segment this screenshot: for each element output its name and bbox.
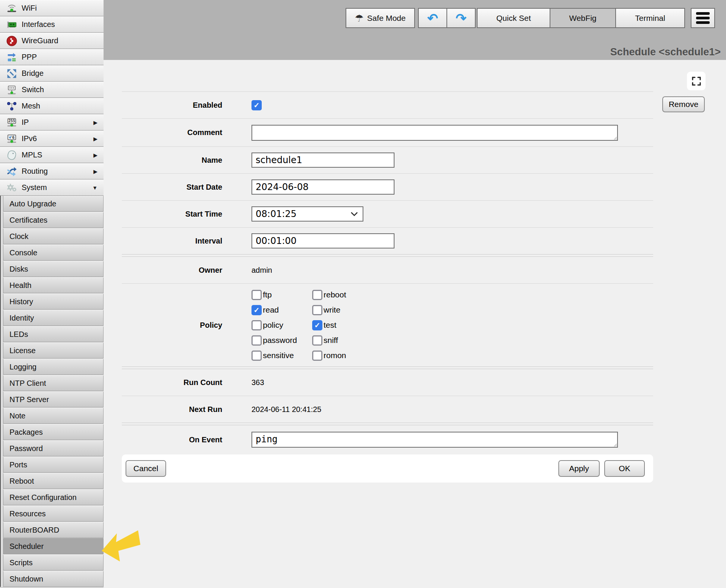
- group-separator: [122, 366, 653, 369]
- sidebar-subitem-label: Scheduler: [9, 542, 44, 551]
- sidebar: WiFi Interfaces WireGuard PPP Bridge Swi…: [0, 0, 104, 588]
- system-submenu: Auto UpgradeCertificatesClockConsoleDisk…: [0, 196, 104, 587]
- sidebar-subitem-certificates[interactable]: Certificates: [3, 212, 104, 228]
- tab-terminal[interactable]: Terminal: [616, 8, 685, 28]
- sidebar-item-mpls[interactable]: MPLS ▶: [0, 147, 104, 163]
- sidebar-item-interfaces[interactable]: Interfaces: [0, 16, 104, 33]
- ip-icon: 255: [6, 117, 17, 128]
- policy-checkbox-sensitive[interactable]: [251, 351, 262, 361]
- fullscreen-button[interactable]: [687, 72, 706, 90]
- ipv6-icon: 6: [6, 133, 17, 145]
- name-row: Name: [122, 146, 653, 173]
- sidebar-subitem-reboot[interactable]: Reboot: [3, 473, 104, 489]
- sidebar-subitem-label: Reset Configuration: [9, 493, 77, 502]
- sidebar-item-ipv6[interactable]: 6 IPv6 ▶: [0, 130, 104, 147]
- menu-button[interactable]: [691, 8, 715, 28]
- start-date-input[interactable]: [251, 179, 394, 195]
- sidebar-item-switch[interactable]: Switch: [0, 82, 104, 98]
- interval-label: Interval: [122, 237, 222, 245]
- policy-checkbox-policy[interactable]: [251, 320, 262, 330]
- sidebar-subitem-shutdown[interactable]: Shutdown: [3, 571, 104, 587]
- sidebar-item-system[interactable]: System ▼: [0, 179, 104, 196]
- policy-checkbox-sniff[interactable]: [312, 335, 322, 346]
- remove-button[interactable]: Remove: [662, 96, 705, 112]
- sidebar-subitem-clock[interactable]: Clock: [3, 228, 104, 244]
- sidebar-subitem-resources[interactable]: Resources: [3, 506, 104, 522]
- sidebar-subitem-identity[interactable]: Identity: [3, 310, 104, 326]
- sidebar-subitem-health[interactable]: Health: [3, 277, 104, 293]
- apply-button[interactable]: Apply: [558, 460, 600, 477]
- policy-checkbox-reboot[interactable]: [312, 290, 322, 300]
- sidebar-item-label: System: [22, 183, 92, 192]
- policy-checkbox-password[interactable]: [251, 335, 262, 346]
- sidebar-subitem-logging[interactable]: Logging: [3, 359, 104, 375]
- expand-arrow-icon: ▼: [92, 185, 97, 191]
- system-icon: [6, 182, 17, 193]
- tab-quick-set[interactable]: Quick Set: [477, 8, 550, 28]
- policy-checkbox-ftp[interactable]: [251, 290, 262, 300]
- sidebar-item-wifi[interactable]: WiFi: [0, 0, 104, 16]
- sidebar-item-ip[interactable]: 255 IP ▶: [0, 114, 104, 130]
- sidebar-subitem-console[interactable]: Console: [3, 245, 104, 261]
- sidebar-subitem-reset-configuration[interactable]: Reset Configuration: [3, 489, 104, 505]
- policy-option: sniff: [312, 333, 373, 348]
- name-input[interactable]: [251, 153, 394, 168]
- expand-arrow-icon: ▶: [93, 136, 97, 142]
- sidebar-subitem-history[interactable]: History: [3, 294, 104, 310]
- comment-textarea[interactable]: [251, 125, 618, 141]
- fullscreen-icon: [691, 76, 702, 86]
- run-count-value: 363: [251, 378, 264, 387]
- sidebar-subitem-scripts[interactable]: Scripts: [3, 555, 104, 571]
- sidebar-item-bridge[interactable]: Bridge: [0, 65, 104, 82]
- sidebar-subitem-label: Packages: [9, 428, 43, 437]
- sidebar-item-label: Mesh: [22, 102, 97, 110]
- sidebar-item-label: Switch: [22, 85, 97, 94]
- on-event-textarea[interactable]: ping: [251, 432, 618, 448]
- sidebar-subitem-license[interactable]: License: [3, 343, 104, 358]
- sidebar-subitem-ntp-server[interactable]: NTP Server: [3, 391, 104, 407]
- undo-button[interactable]: ↶: [418, 8, 447, 28]
- sidebar-subitem-ports[interactable]: Ports: [3, 457, 104, 473]
- interval-input[interactable]: [251, 233, 394, 248]
- sidebar-subitem-label: Resources: [9, 509, 46, 518]
- policy-checkbox-label: romon: [324, 351, 346, 360]
- start-time-select[interactable]: 08:01:25: [251, 206, 363, 222]
- policy-checkbox-read[interactable]: [251, 305, 262, 315]
- sidebar-subitem-ntp-client[interactable]: NTP Client: [3, 375, 104, 391]
- owner-label: Owner: [122, 266, 222, 275]
- sidebar-subitem-label: LEDs: [9, 330, 28, 339]
- sidebar-subitem-label: Clock: [9, 232, 28, 241]
- sidebar-subitem-routerboard[interactable]: RouterBOARD: [3, 522, 104, 538]
- sidebar-item-label: WireGuard: [22, 36, 97, 45]
- sidebar-item-mesh[interactable]: Mesh: [0, 98, 104, 114]
- sidebar-item-label: Bridge: [22, 69, 97, 78]
- form-footer: Cancel Apply OK: [122, 454, 653, 483]
- sidebar-item-label: MPLS: [22, 151, 93, 159]
- sidebar-subitem-note[interactable]: Note: [3, 408, 104, 424]
- ok-button[interactable]: OK: [604, 460, 645, 477]
- sidebar-item-wireguard[interactable]: WireGuard: [0, 33, 104, 49]
- redo-button[interactable]: ↷: [447, 8, 476, 28]
- policy-checkbox-test[interactable]: [312, 320, 322, 330]
- sidebar-subitem-disks[interactable]: Disks: [3, 261, 104, 277]
- policy-checkbox-write[interactable]: [312, 305, 322, 315]
- sidebar-item-ppp[interactable]: PPP: [0, 49, 104, 65]
- sidebar-subitem-label: Disks: [9, 265, 28, 274]
- sidebar-subitem-leds[interactable]: LEDs: [3, 326, 104, 342]
- enabled-checkbox[interactable]: [251, 100, 262, 110]
- tab-webfig[interactable]: WebFig: [550, 8, 616, 28]
- policy-options: ftp read policy password sensitive reboo…: [251, 287, 373, 363]
- sidebar-subitem-auto-upgrade[interactable]: Auto Upgrade: [3, 196, 104, 212]
- safe-mode-button[interactable]: ☂ Safe Mode: [346, 8, 415, 28]
- policy-checkbox-romon[interactable]: [312, 351, 322, 361]
- sidebar-subitem-packages[interactable]: Packages: [3, 424, 104, 440]
- sidebar-subitem-password[interactable]: Password: [3, 440, 104, 456]
- bridge-icon: [6, 68, 17, 79]
- sidebar-subitem-scheduler[interactable]: Scheduler: [3, 538, 104, 554]
- sidebar-subitem-label: Scripts: [9, 558, 33, 567]
- sidebar-item-routing[interactable]: Routing ▶: [0, 163, 104, 179]
- policy-option: ftp: [251, 287, 312, 302]
- sidebar-subitem-label: Health: [9, 281, 31, 290]
- next-run-label: Next Run: [122, 405, 222, 414]
- cancel-button[interactable]: Cancel: [126, 460, 166, 477]
